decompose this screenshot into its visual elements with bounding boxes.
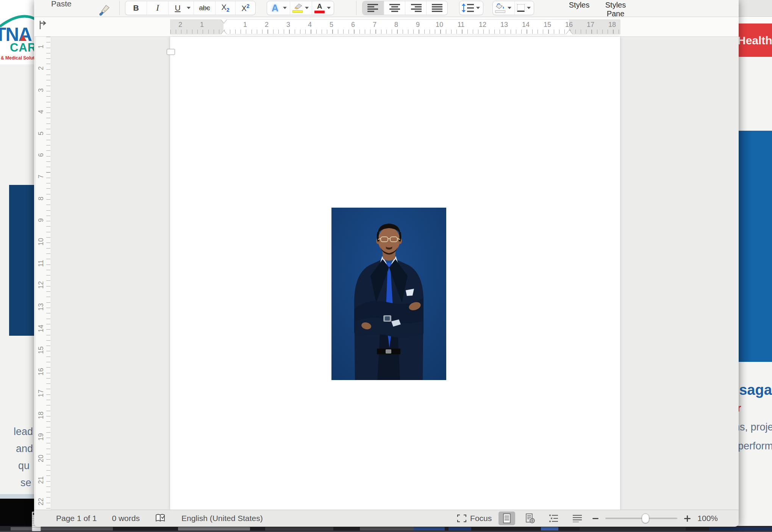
background-window-fragment	[11, 527, 113, 530]
horizontal-ruler[interactable]: 21123456789101112131415161718	[170, 19, 620, 34]
justify-button[interactable]	[426, 1, 447, 15]
font-color-button[interactable]: A	[312, 1, 334, 15]
h-ruler-number: 11	[455, 21, 467, 29]
align-right-icon	[410, 4, 422, 12]
h-ruler-number: 7	[369, 21, 380, 29]
left-app-text-column: leadandquse	[0, 426, 35, 489]
background-window-fragment	[449, 527, 471, 530]
left-indent-marker[interactable]	[167, 49, 175, 55]
borders-button[interactable]	[514, 1, 534, 15]
vertical-ruler[interactable]: 12345678910111213141516171819202122	[36, 37, 51, 510]
strikethrough-button[interactable]: abc	[194, 1, 215, 15]
left-app-text-fragment: lead	[14, 426, 35, 438]
styles-button[interactable]: Styles	[564, 1, 594, 9]
web-layout-button[interactable]	[522, 512, 539, 525]
chevron-down-icon[interactable]	[327, 7, 331, 9]
h-ruler-number: 8	[391, 21, 402, 29]
draft-view-button[interactable]	[569, 512, 586, 525]
v-ruler-number: 8	[36, 194, 45, 203]
background-strip	[736, 17, 772, 23]
align-center-button[interactable]	[384, 1, 405, 15]
v-ruler-number: 10	[36, 237, 45, 246]
align-left-button[interactable]	[363, 1, 384, 15]
zoom-out-icon[interactable]	[592, 518, 599, 519]
highlight-color-swatch	[292, 10, 303, 13]
left-app-text-fragment: se	[20, 477, 35, 489]
h-ruler-number: 4	[304, 21, 316, 29]
underline-button[interactable]: U	[168, 1, 194, 15]
chevron-down-icon[interactable]	[305, 7, 309, 9]
background-window-fragment	[265, 527, 333, 530]
outline-view-button[interactable]	[545, 512, 562, 525]
h-ruler-number: 3	[283, 21, 294, 29]
word-count[interactable]: 0 words	[112, 514, 140, 523]
borders-icon	[517, 4, 525, 12]
align-center-icon	[389, 4, 400, 12]
paste-button[interactable]: Paste	[45, 0, 117, 17]
shading-color-swatch	[495, 10, 505, 13]
h-ruler-number: 16	[563, 21, 575, 29]
line-spacing-icon	[462, 3, 474, 13]
italic-button[interactable]: I	[147, 1, 168, 15]
styles-pane-button[interactable]: Styles Pane	[599, 1, 633, 18]
background-blue-panel	[736, 131, 772, 362]
h-ruler-number: 6	[347, 21, 359, 29]
background-app-right: Health S usaga r ns, projeperform	[736, 0, 772, 532]
zoom-level[interactable]: 100%	[697, 514, 718, 523]
zoom-in-icon[interactable]	[684, 515, 691, 522]
print-layout-button[interactable]	[499, 512, 515, 525]
document-page[interactable]	[170, 37, 620, 510]
v-ruler-number: 16	[36, 367, 45, 376]
font-color-swatch	[314, 11, 325, 13]
first-line-indent-marker[interactable]	[221, 19, 227, 23]
h-ruler-number: 10	[434, 21, 445, 29]
v-ruler-number: 17	[36, 389, 45, 398]
chevron-down-icon[interactable]	[283, 7, 287, 9]
zoom-slider-thumb[interactable]	[642, 513, 649, 523]
h-ruler-number: 1	[196, 21, 208, 29]
spellcheck-icon[interactable]	[155, 513, 166, 523]
tab-selector-icon[interactable]	[39, 20, 48, 31]
chevron-down-icon[interactable]	[187, 7, 191, 9]
format-painter-icon[interactable]	[98, 5, 111, 17]
text-effects-button[interactable]: A	[267, 1, 290, 15]
language-indicator[interactable]: English (United States)	[181, 514, 263, 523]
align-left-icon	[367, 4, 379, 12]
font-style-group: B I U abc X2 X2	[125, 1, 256, 15]
v-ruler-number: 5	[36, 129, 45, 138]
superscript-button[interactable]: X2	[235, 1, 255, 15]
web-layout-icon	[526, 513, 535, 523]
v-ruler-number: 14	[36, 324, 45, 333]
v-ruler-number: 9	[36, 216, 45, 225]
shading-button[interactable]	[493, 1, 514, 15]
horizontal-ruler-row: 21123456789101112131415161718	[34, 17, 739, 37]
page-indicator[interactable]: Page 1 of 1	[56, 514, 97, 523]
document-photo[interactable]	[331, 208, 446, 380]
zoom-slider[interactable]	[605, 518, 677, 519]
document-area: 12345678910111213141516171819202122	[34, 37, 739, 510]
chevron-down-icon[interactable]	[527, 7, 531, 9]
font-color-group: A A	[267, 1, 334, 15]
line-spacing-button[interactable]	[459, 1, 483, 15]
h-ruler-number: 13	[499, 21, 510, 29]
right-app-text-fragment: perform	[738, 440, 772, 452]
hanging-indent-marker[interactable]	[221, 31, 227, 34]
subscript-button[interactable]: X2	[215, 1, 235, 15]
highlight-button[interactable]	[290, 1, 312, 15]
v-ruler-number: 2	[36, 64, 45, 73]
align-right-button[interactable]	[405, 1, 426, 15]
focus-label[interactable]: Focus	[470, 514, 492, 523]
chevron-down-icon[interactable]	[508, 7, 511, 9]
h-ruler-number: 9	[412, 21, 424, 29]
right-app-text-fragment: ns, proje	[734, 421, 772, 433]
paint-bucket-icon	[495, 3, 505, 9]
status-bar: Page 1 of 1 0 words English (United Stat…	[34, 510, 739, 527]
h-ruler-number: 2	[261, 21, 272, 29]
v-ruler-number: 20	[36, 454, 45, 463]
bold-button[interactable]: B	[125, 1, 147, 15]
focus-icon[interactable]	[457, 515, 466, 522]
chevron-down-icon[interactable]	[476, 7, 480, 9]
portrait-photo-graphic	[331, 208, 446, 380]
v-ruler-number: 18	[36, 411, 45, 420]
right-indent-marker[interactable]	[566, 30, 573, 34]
